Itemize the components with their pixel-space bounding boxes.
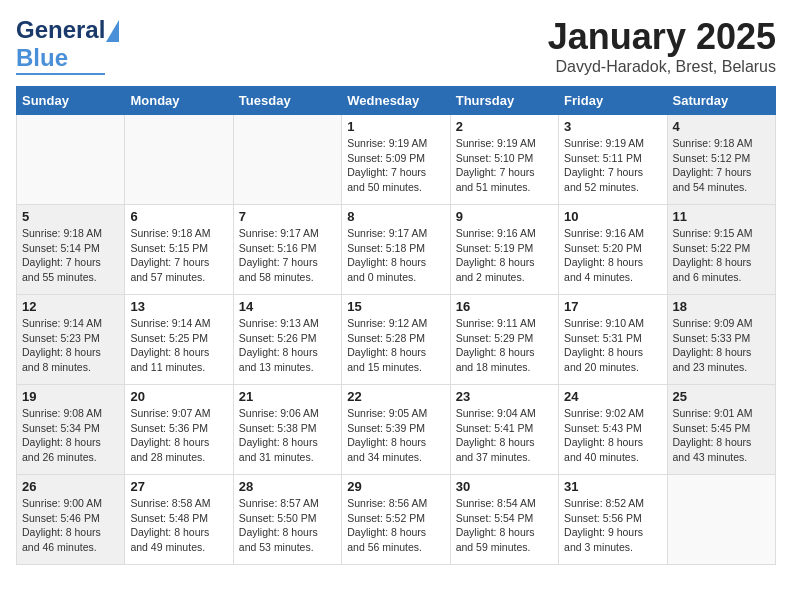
day-number: 5: [22, 209, 119, 224]
day-number: 20: [130, 389, 227, 404]
calendar-cell: 5Sunrise: 9:18 AM Sunset: 5:14 PM Daylig…: [17, 205, 125, 295]
weekday-header-sunday: Sunday: [17, 87, 125, 115]
cell-info: Sunrise: 9:09 AM Sunset: 5:33 PM Dayligh…: [673, 316, 770, 375]
cell-info: Sunrise: 8:56 AM Sunset: 5:52 PM Dayligh…: [347, 496, 444, 555]
cell-info: Sunrise: 8:57 AM Sunset: 5:50 PM Dayligh…: [239, 496, 336, 555]
cell-info: Sunrise: 9:06 AM Sunset: 5:38 PM Dayligh…: [239, 406, 336, 465]
cell-info: Sunrise: 9:19 AM Sunset: 5:09 PM Dayligh…: [347, 136, 444, 195]
cell-info: Sunrise: 9:12 AM Sunset: 5:28 PM Dayligh…: [347, 316, 444, 375]
day-number: 3: [564, 119, 661, 134]
calendar-cell: 1Sunrise: 9:19 AM Sunset: 5:09 PM Daylig…: [342, 115, 450, 205]
calendar-cell: 30Sunrise: 8:54 AM Sunset: 5:54 PM Dayli…: [450, 475, 558, 565]
day-number: 13: [130, 299, 227, 314]
cell-info: Sunrise: 9:11 AM Sunset: 5:29 PM Dayligh…: [456, 316, 553, 375]
day-number: 27: [130, 479, 227, 494]
cell-info: Sunrise: 9:05 AM Sunset: 5:39 PM Dayligh…: [347, 406, 444, 465]
calendar-cell: 19Sunrise: 9:08 AM Sunset: 5:34 PM Dayli…: [17, 385, 125, 475]
cell-info: Sunrise: 9:18 AM Sunset: 5:15 PM Dayligh…: [130, 226, 227, 285]
cell-info: Sunrise: 9:19 AM Sunset: 5:11 PM Dayligh…: [564, 136, 661, 195]
calendar-cell: 31Sunrise: 8:52 AM Sunset: 5:56 PM Dayli…: [559, 475, 667, 565]
calendar-cell: 10Sunrise: 9:16 AM Sunset: 5:20 PM Dayli…: [559, 205, 667, 295]
calendar-week-3: 12Sunrise: 9:14 AM Sunset: 5:23 PM Dayli…: [17, 295, 776, 385]
calendar-cell: 13Sunrise: 9:14 AM Sunset: 5:25 PM Dayli…: [125, 295, 233, 385]
weekday-header-tuesday: Tuesday: [233, 87, 341, 115]
weekday-header-row: SundayMondayTuesdayWednesdayThursdayFrid…: [17, 87, 776, 115]
day-number: 1: [347, 119, 444, 134]
weekday-header-friday: Friday: [559, 87, 667, 115]
calendar-cell: 24Sunrise: 9:02 AM Sunset: 5:43 PM Dayli…: [559, 385, 667, 475]
cell-info: Sunrise: 9:17 AM Sunset: 5:16 PM Dayligh…: [239, 226, 336, 285]
logo: General Blue: [16, 16, 105, 75]
day-number: 26: [22, 479, 119, 494]
title-area: January 2025 Davyd-Haradok, Brest, Belar…: [548, 16, 776, 76]
day-number: 22: [347, 389, 444, 404]
calendar-cell: 12Sunrise: 9:14 AM Sunset: 5:23 PM Dayli…: [17, 295, 125, 385]
day-number: 14: [239, 299, 336, 314]
logo-blue: Blue: [16, 44, 68, 72]
calendar-cell: 4Sunrise: 9:18 AM Sunset: 5:12 PM Daylig…: [667, 115, 775, 205]
calendar-week-2: 5Sunrise: 9:18 AM Sunset: 5:14 PM Daylig…: [17, 205, 776, 295]
calendar-week-4: 19Sunrise: 9:08 AM Sunset: 5:34 PM Dayli…: [17, 385, 776, 475]
calendar-cell: 27Sunrise: 8:58 AM Sunset: 5:48 PM Dayli…: [125, 475, 233, 565]
calendar-cell: 21Sunrise: 9:06 AM Sunset: 5:38 PM Dayli…: [233, 385, 341, 475]
calendar-cell: [17, 115, 125, 205]
calendar-cell: 9Sunrise: 9:16 AM Sunset: 5:19 PM Daylig…: [450, 205, 558, 295]
cell-info: Sunrise: 9:14 AM Sunset: 5:25 PM Dayligh…: [130, 316, 227, 375]
cell-info: Sunrise: 9:01 AM Sunset: 5:45 PM Dayligh…: [673, 406, 770, 465]
calendar-week-5: 26Sunrise: 9:00 AM Sunset: 5:46 PM Dayli…: [17, 475, 776, 565]
day-number: 4: [673, 119, 770, 134]
calendar-cell: 6Sunrise: 9:18 AM Sunset: 5:15 PM Daylig…: [125, 205, 233, 295]
cell-info: Sunrise: 9:15 AM Sunset: 5:22 PM Dayligh…: [673, 226, 770, 285]
day-number: 31: [564, 479, 661, 494]
calendar-cell: 16Sunrise: 9:11 AM Sunset: 5:29 PM Dayli…: [450, 295, 558, 385]
calendar-cell: 25Sunrise: 9:01 AM Sunset: 5:45 PM Dayli…: [667, 385, 775, 475]
day-number: 8: [347, 209, 444, 224]
calendar-cell: [233, 115, 341, 205]
calendar-title: January 2025: [548, 16, 776, 58]
cell-info: Sunrise: 9:19 AM Sunset: 5:10 PM Dayligh…: [456, 136, 553, 195]
day-number: 11: [673, 209, 770, 224]
day-number: 25: [673, 389, 770, 404]
cell-info: Sunrise: 9:17 AM Sunset: 5:18 PM Dayligh…: [347, 226, 444, 285]
cell-info: Sunrise: 9:16 AM Sunset: 5:20 PM Dayligh…: [564, 226, 661, 285]
calendar-cell: 22Sunrise: 9:05 AM Sunset: 5:39 PM Dayli…: [342, 385, 450, 475]
day-number: 12: [22, 299, 119, 314]
calendar-cell: 8Sunrise: 9:17 AM Sunset: 5:18 PM Daylig…: [342, 205, 450, 295]
cell-info: Sunrise: 9:07 AM Sunset: 5:36 PM Dayligh…: [130, 406, 227, 465]
cell-info: Sunrise: 9:08 AM Sunset: 5:34 PM Dayligh…: [22, 406, 119, 465]
page-header: General Blue January 2025 Davyd-Haradok,…: [16, 16, 776, 76]
calendar-cell: 7Sunrise: 9:17 AM Sunset: 5:16 PM Daylig…: [233, 205, 341, 295]
calendar-cell: 15Sunrise: 9:12 AM Sunset: 5:28 PM Dayli…: [342, 295, 450, 385]
cell-info: Sunrise: 9:00 AM Sunset: 5:46 PM Dayligh…: [22, 496, 119, 555]
cell-info: Sunrise: 9:14 AM Sunset: 5:23 PM Dayligh…: [22, 316, 119, 375]
day-number: 29: [347, 479, 444, 494]
cell-info: Sunrise: 9:18 AM Sunset: 5:12 PM Dayligh…: [673, 136, 770, 195]
calendar-cell: 29Sunrise: 8:56 AM Sunset: 5:52 PM Dayli…: [342, 475, 450, 565]
weekday-header-thursday: Thursday: [450, 87, 558, 115]
cell-info: Sunrise: 8:54 AM Sunset: 5:54 PM Dayligh…: [456, 496, 553, 555]
cell-info: Sunrise: 8:58 AM Sunset: 5:48 PM Dayligh…: [130, 496, 227, 555]
day-number: 28: [239, 479, 336, 494]
calendar-cell: [125, 115, 233, 205]
day-number: 19: [22, 389, 119, 404]
day-number: 21: [239, 389, 336, 404]
cell-info: Sunrise: 9:04 AM Sunset: 5:41 PM Dayligh…: [456, 406, 553, 465]
cell-info: Sunrise: 8:52 AM Sunset: 5:56 PM Dayligh…: [564, 496, 661, 555]
cell-info: Sunrise: 9:10 AM Sunset: 5:31 PM Dayligh…: [564, 316, 661, 375]
calendar-cell: 3Sunrise: 9:19 AM Sunset: 5:11 PM Daylig…: [559, 115, 667, 205]
calendar-subtitle: Davyd-Haradok, Brest, Belarus: [548, 58, 776, 76]
cell-info: Sunrise: 9:16 AM Sunset: 5:19 PM Dayligh…: [456, 226, 553, 285]
day-number: 23: [456, 389, 553, 404]
day-number: 18: [673, 299, 770, 314]
weekday-header-saturday: Saturday: [667, 87, 775, 115]
calendar-cell: 23Sunrise: 9:04 AM Sunset: 5:41 PM Dayli…: [450, 385, 558, 475]
cell-info: Sunrise: 9:13 AM Sunset: 5:26 PM Dayligh…: [239, 316, 336, 375]
day-number: 16: [456, 299, 553, 314]
day-number: 24: [564, 389, 661, 404]
calendar-cell: 18Sunrise: 9:09 AM Sunset: 5:33 PM Dayli…: [667, 295, 775, 385]
calendar-cell: 28Sunrise: 8:57 AM Sunset: 5:50 PM Dayli…: [233, 475, 341, 565]
calendar-cell: 17Sunrise: 9:10 AM Sunset: 5:31 PM Dayli…: [559, 295, 667, 385]
day-number: 9: [456, 209, 553, 224]
calendar-cell: 26Sunrise: 9:00 AM Sunset: 5:46 PM Dayli…: [17, 475, 125, 565]
calendar-cell: [667, 475, 775, 565]
